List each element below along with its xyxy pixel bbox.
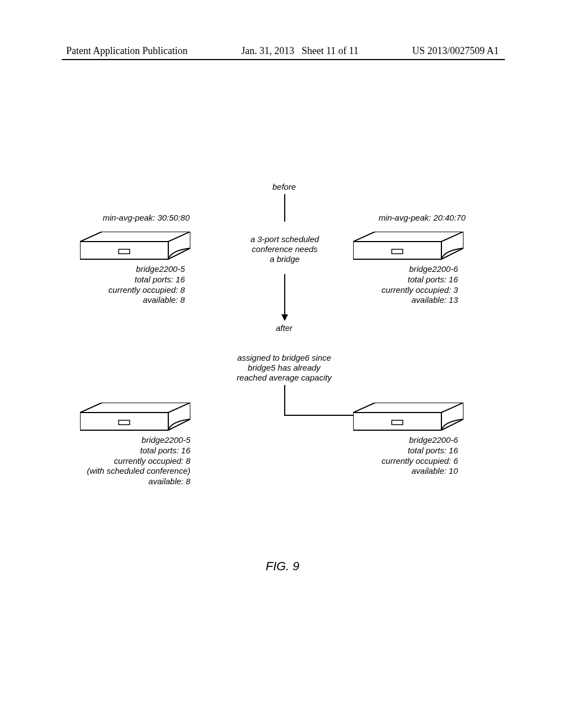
center-note: a 3-port scheduled conference needs a br…: [238, 234, 332, 264]
bridge-total: total ports: 16: [353, 446, 458, 456]
bridge-occupied: currently occupied: 8: [80, 285, 185, 296]
bridge-total: total ports: 16: [63, 446, 190, 456]
bridge-occupied: currently occupied: 8: [63, 456, 190, 467]
server-icon: [80, 403, 190, 433]
assign-note: assigned to bridge6 since bridge5 has al…: [223, 353, 345, 383]
bridge-caption: bridge2200-5 total ports: 16 currently o…: [80, 264, 190, 306]
header-mid: Jan. 31, 2013 Sheet 11 of 11: [241, 45, 359, 57]
header-date: Jan. 31, 2013: [241, 45, 294, 56]
header-left: Patent Application Publication: [66, 45, 188, 57]
bridge-total: total ports: 16: [80, 275, 185, 285]
bridge-right-before: bridge2200-6 total ports: 16 currently o…: [353, 232, 463, 306]
bridge-caption: bridge2200-5 total ports: 16 currently o…: [63, 435, 190, 487]
after-label: after: [246, 323, 323, 333]
bridge-left-before-stats-top: min-avg-peak: 30:50:80: [77, 213, 215, 222]
svg-rect-12: [119, 420, 130, 425]
bridge-left-before: bridge2200-5 total ports: 16 currently o…: [80, 232, 190, 306]
svg-marker-3: [80, 232, 190, 259]
bridge-left-after: bridge2200-5 total ports: 16 currently o…: [80, 403, 190, 487]
svg-marker-13: [353, 403, 463, 430]
assign-arrow: [274, 385, 362, 435]
bridge-right-before-stats-top: min-avg-peak: 20:40:70: [350, 213, 494, 222]
bridge-available: available: 13: [353, 295, 458, 306]
bridge-caption: bridge2200-6 total ports: 16 currently o…: [353, 435, 463, 477]
bridge-name: bridge2200-6: [353, 264, 458, 275]
header-rule: [62, 59, 505, 60]
bridge-caption: bridge2200-6 total ports: 16 currently o…: [353, 264, 463, 306]
svg-marker-10: [80, 403, 190, 430]
figure-caption: FIG. 9: [0, 559, 565, 574]
bridge-occupied: currently occupied: 6: [353, 456, 458, 467]
bridge-note: (with scheduled conference): [63, 466, 190, 477]
bridge-available: available: 8: [63, 477, 190, 487]
svg-rect-15: [392, 420, 403, 425]
svg-marker-6: [353, 232, 463, 259]
server-icon: [80, 232, 190, 262]
server-icon: [353, 403, 463, 433]
bridge-available: available: 8: [80, 295, 185, 306]
bridge-name: bridge2200-5: [63, 435, 190, 446]
bridge-name: bridge2200-6: [353, 435, 458, 446]
bridge-occupied: currently occupied: 3: [353, 285, 458, 296]
svg-rect-5: [119, 249, 130, 254]
bridge-name: bridge2200-5: [80, 264, 185, 275]
server-icon: [353, 232, 463, 262]
page-header: Patent Application Publication Jan. 31, …: [0, 45, 565, 57]
svg-rect-8: [392, 249, 403, 254]
header-docnum: US 2013/0027509 A1: [412, 45, 499, 57]
before-label: before: [246, 182, 323, 192]
figure-9: before a 3-port scheduled conference nee…: [63, 182, 505, 546]
bridge-total: total ports: 16: [353, 275, 458, 285]
header-sheet: Sheet 11 of 11: [302, 45, 359, 56]
svg-marker-2: [281, 314, 288, 321]
bridge-right-after: bridge2200-6 total ports: 16 currently o…: [353, 403, 463, 477]
bridge-available: available: 10: [353, 466, 458, 477]
